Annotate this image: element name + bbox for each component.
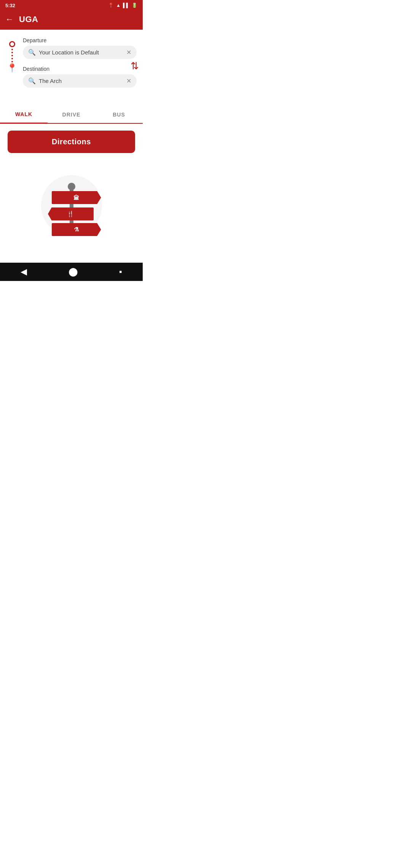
swap-button[interactable]: ⇅ xyxy=(131,61,139,71)
wifi-icon: ▲ xyxy=(116,3,121,8)
sign-bottom-icon: ⚗ xyxy=(74,226,79,233)
nav-back-button[interactable]: ◀ xyxy=(14,267,34,277)
top-bar: ← UGA xyxy=(0,11,143,30)
sign-middle-label: 🍴 xyxy=(67,211,74,217)
route-dot-5 xyxy=(11,61,13,62)
sign-bottom: ⚗ xyxy=(52,223,101,236)
status-icons: 📍 ▲ ▌▌ 🔋 xyxy=(108,3,137,8)
departure-section: Departure 🔍 ✕ xyxy=(23,37,137,59)
signal-icon: ▌▌ xyxy=(123,3,129,8)
back-button[interactable]: ← xyxy=(5,15,14,24)
route-indicator: 📍 xyxy=(7,41,17,72)
nav-recent-button[interactable]: ▪ xyxy=(112,267,129,277)
route-dot-3 xyxy=(11,55,13,56)
directions-button[interactable]: Directions xyxy=(8,131,135,153)
route-dots xyxy=(11,49,13,62)
sign-middle: 🍴 xyxy=(48,207,94,220)
location-icon: 📍 xyxy=(108,3,114,8)
destination-section: Destination 🔍 ✕ xyxy=(23,66,137,88)
tab-walk[interactable]: WALK xyxy=(0,106,48,124)
destination-input[interactable] xyxy=(39,78,123,84)
departure-label: Departure xyxy=(23,37,137,43)
status-bar: 5:32 📍 ▲ ▌▌ 🔋 xyxy=(0,0,143,11)
departure-search-box[interactable]: 🔍 ✕ xyxy=(23,46,137,59)
destination-search-box[interactable]: 🔍 ✕ xyxy=(23,74,137,88)
tab-drive[interactable]: DRIVE xyxy=(48,106,95,123)
sign-top-icon: 🏛 xyxy=(73,195,79,201)
route-dot-4 xyxy=(11,58,13,59)
sign-top: 🏛 xyxy=(52,191,101,204)
departure-search-icon: 🔍 xyxy=(28,49,36,56)
status-time: 5:32 xyxy=(5,3,15,8)
departure-dot xyxy=(9,41,15,47)
departure-input[interactable] xyxy=(39,49,123,56)
app-title: UGA xyxy=(19,14,38,24)
route-dot-1 xyxy=(11,49,13,50)
destination-label: Destination xyxy=(23,66,137,72)
battery-icon: 🔋 xyxy=(132,3,137,8)
illustration-area: 🏛 🍴 ⚗ xyxy=(0,160,143,263)
departure-clear-button[interactable]: ✕ xyxy=(126,49,131,56)
tab-bus[interactable]: BUS xyxy=(95,106,143,123)
nav-home-button[interactable]: ⬤ xyxy=(62,267,85,277)
post-ball xyxy=(68,183,75,190)
destination-search-icon: 🔍 xyxy=(28,77,36,85)
signpost-illustration: 🏛 🍴 ⚗ xyxy=(37,171,106,247)
tabs-container: WALK DRIVE BUS xyxy=(0,106,143,124)
sign-circle: 🏛 🍴 ⚗ xyxy=(41,175,102,236)
swap-icon: ⇅ xyxy=(131,61,139,71)
main-content: 📍 ⇅ Departure 🔍 ✕ Destination 🔍 ✕ xyxy=(0,30,143,102)
sign-middle-icon: 🍴 xyxy=(67,211,74,217)
route-dot-2 xyxy=(11,52,13,53)
destination-pin-icon: 📍 xyxy=(7,64,17,72)
destination-clear-button[interactable]: ✕ xyxy=(126,78,131,84)
bottom-nav: ◀ ⬤ ▪ xyxy=(0,263,143,281)
